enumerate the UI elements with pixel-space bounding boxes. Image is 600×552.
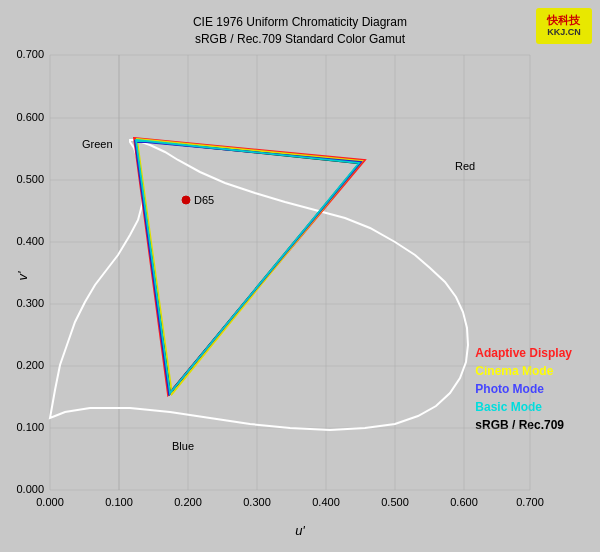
svg-point-38 [182, 196, 190, 204]
svg-text:0.600: 0.600 [16, 111, 44, 123]
chart-container: 快科技 KKJ.CN CIE 1976 Uniform Chromaticity… [0, 0, 600, 552]
svg-text:0.200: 0.200 [174, 496, 202, 508]
svg-text:0.400: 0.400 [312, 496, 340, 508]
svg-text:0.700: 0.700 [16, 48, 44, 60]
svg-text:0.000: 0.000 [16, 483, 44, 495]
svg-text:0.700: 0.700 [516, 496, 544, 508]
svg-marker-37 [136, 140, 359, 393]
svg-marker-33 [136, 140, 360, 393]
svg-text:0.600: 0.600 [450, 496, 478, 508]
svg-marker-36 [135, 141, 361, 394]
svg-text:0.300: 0.300 [243, 496, 271, 508]
svg-text:0.000: 0.000 [36, 496, 64, 508]
svg-text:0.200: 0.200 [16, 359, 44, 371]
svg-text:0.500: 0.500 [381, 496, 409, 508]
svg-text:0.500: 0.500 [16, 173, 44, 185]
red-label: Red [455, 160, 475, 172]
svg-text:D65: D65 [194, 194, 214, 206]
blue-label: Blue [172, 440, 194, 452]
green-label: Green [82, 138, 113, 150]
chart-svg: 0.000 0.100 0.200 0.300 0.400 0.500 0.60… [0, 0, 600, 552]
svg-marker-35 [137, 139, 362, 394]
svg-text:0.300: 0.300 [16, 297, 44, 309]
svg-marker-34 [134, 138, 365, 395]
svg-text:0.400: 0.400 [16, 235, 44, 247]
svg-text:0.100: 0.100 [105, 496, 133, 508]
svg-text:0.100: 0.100 [16, 421, 44, 433]
